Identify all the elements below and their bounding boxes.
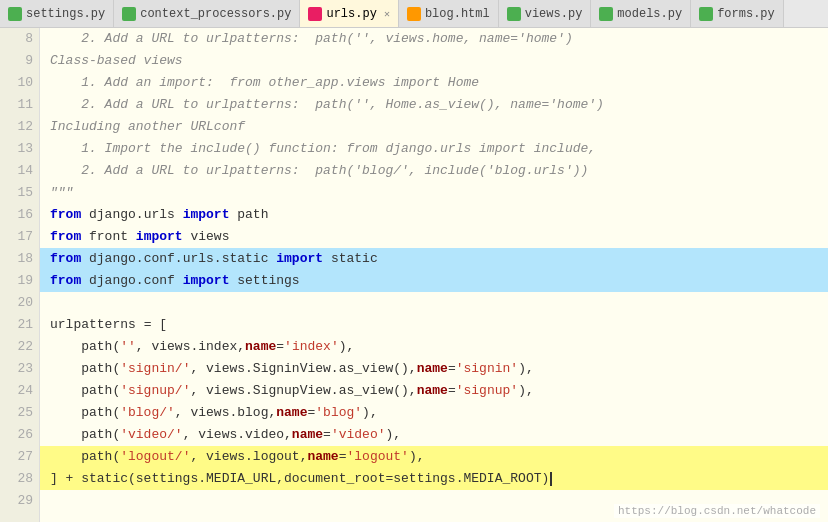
tab-urls[interactable]: urls.py ✕ bbox=[300, 0, 398, 28]
code-line-27: path('logout/', views.logout,name='logou… bbox=[40, 446, 828, 468]
tab-icon-models bbox=[599, 7, 613, 21]
line-numbers: 8910111213141516171819202122232425262728… bbox=[0, 28, 40, 522]
line-number-21: 21 bbox=[0, 314, 39, 336]
line-number-20: 20 bbox=[0, 292, 39, 314]
tab-label-urls: urls.py bbox=[326, 7, 376, 21]
line-number-13: 13 bbox=[0, 138, 39, 160]
code-line-15: """ bbox=[40, 182, 828, 204]
code-line-20 bbox=[40, 292, 828, 314]
tab-icon-forms bbox=[699, 7, 713, 21]
line-number-14: 14 bbox=[0, 160, 39, 182]
line-number-18: 18 bbox=[0, 248, 39, 270]
tab-icon-context bbox=[122, 7, 136, 21]
code-line-25: path('blog/', views.blog,name='blog'), bbox=[40, 402, 828, 424]
tab-icon-urls bbox=[308, 7, 322, 21]
line-number-16: 16 bbox=[0, 204, 39, 226]
tab-context-processors[interactable]: context_processors.py bbox=[114, 0, 300, 28]
line-number-8: 8 bbox=[0, 28, 39, 50]
line-number-10: 10 bbox=[0, 72, 39, 94]
code-line-11: 2. Add a URL to urlpatterns: path('', Ho… bbox=[40, 94, 828, 116]
line-number-9: 9 bbox=[0, 50, 39, 72]
line-number-17: 17 bbox=[0, 226, 39, 248]
tab-bar: settings.py context_processors.py urls.p… bbox=[0, 0, 828, 28]
code-line-12: Including another URLconf bbox=[40, 116, 828, 138]
code-line-13: 1. Import the include() function: from d… bbox=[40, 138, 828, 160]
code-content[interactable]: 2. Add a URL to urlpatterns: path('', vi… bbox=[40, 28, 828, 522]
code-line-9: Class-based views bbox=[40, 50, 828, 72]
line-number-19: 19 bbox=[0, 270, 39, 292]
line-number-23: 23 bbox=[0, 358, 39, 380]
tab-views[interactable]: views.py bbox=[499, 0, 592, 28]
line-number-11: 11 bbox=[0, 94, 39, 116]
line-number-24: 24 bbox=[0, 380, 39, 402]
code-line-10: 1. Add an import: from other_app.views i… bbox=[40, 72, 828, 94]
code-line-24: path('signup/', views.SignupView.as_view… bbox=[40, 380, 828, 402]
tab-label-models: models.py bbox=[617, 7, 682, 21]
watermark: https://blog.csdn.net/whatcode bbox=[614, 504, 820, 518]
tab-label-blog: blog.html bbox=[425, 7, 490, 21]
code-area: 8910111213141516171819202122232425262728… bbox=[0, 28, 828, 522]
tab-label-settings: settings.py bbox=[26, 7, 105, 21]
tab-settings[interactable]: settings.py bbox=[0, 0, 114, 28]
code-line-17: from front import views bbox=[40, 226, 828, 248]
line-number-28: 28 bbox=[0, 468, 39, 490]
tab-close-urls[interactable]: ✕ bbox=[384, 8, 390, 20]
tab-icon-views bbox=[507, 7, 521, 21]
tab-label-context: context_processors.py bbox=[140, 7, 291, 21]
tab-label-forms: forms.py bbox=[717, 7, 775, 21]
line-number-25: 25 bbox=[0, 402, 39, 424]
tab-forms[interactable]: forms.py bbox=[691, 0, 784, 28]
line-number-26: 26 bbox=[0, 424, 39, 446]
code-line-14: 2. Add a URL to urlpatterns: path('blog/… bbox=[40, 160, 828, 182]
line-number-15: 15 bbox=[0, 182, 39, 204]
code-line-22: path('', views.index,name='index'), bbox=[40, 336, 828, 358]
tab-blog[interactable]: blog.html bbox=[399, 0, 499, 28]
code-line-28: ] + static(settings.MEDIA_URL,document_r… bbox=[40, 468, 828, 490]
line-number-22: 22 bbox=[0, 336, 39, 358]
tab-models[interactable]: models.py bbox=[591, 0, 691, 28]
code-line-23: path('signin/', views.SigninView.as_view… bbox=[40, 358, 828, 380]
line-number-12: 12 bbox=[0, 116, 39, 138]
code-line-21: urlpatterns = [ bbox=[40, 314, 828, 336]
code-line-19: from django.conf import settings bbox=[40, 270, 828, 292]
tab-label-views: views.py bbox=[525, 7, 583, 21]
line-number-27: 27 bbox=[0, 446, 39, 468]
code-line-8: 2. Add a URL to urlpatterns: path('', vi… bbox=[40, 28, 828, 50]
tab-icon-settings bbox=[8, 7, 22, 21]
code-line-18: from django.conf.urls.static import stat… bbox=[40, 248, 828, 270]
code-line-26: path('video/', views.video,name='video')… bbox=[40, 424, 828, 446]
code-line-16: from django.urls import path bbox=[40, 204, 828, 226]
line-number-29: 29 bbox=[0, 490, 39, 512]
tab-icon-blog bbox=[407, 7, 421, 21]
text-cursor bbox=[550, 472, 552, 486]
